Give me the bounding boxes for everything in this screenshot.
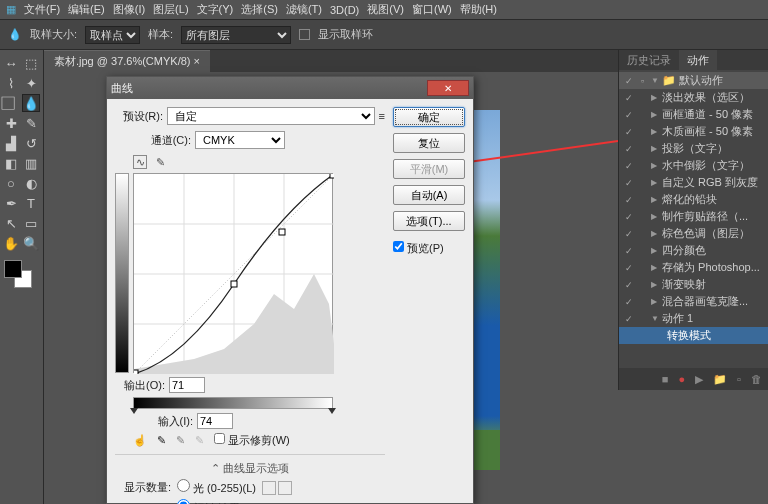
eyedropper-tool[interactable]: 💧 [22,94,40,112]
action-item[interactable]: ✓▶画框通道 - 50 像素 [619,106,768,123]
preset-label: 预设(R): [115,109,163,124]
menu-filter[interactable]: 滤镜(T) [286,2,322,17]
action-item[interactable]: ✓▶投影（文字） [619,140,768,157]
action-item[interactable]: ✓▶存储为 Photoshop... [619,259,768,276]
menu-window[interactable]: 窗口(W) [412,2,452,17]
path-tool[interactable]: ↖ [2,214,20,232]
gray-point-icon[interactable]: ✎ [176,434,185,447]
zoom-tool[interactable]: 🔍 [22,234,40,252]
play-icon[interactable]: ▶ [695,373,703,386]
output-ramp [115,173,129,373]
output-field[interactable] [169,377,205,393]
shape-tool[interactable]: ▭ [22,214,40,232]
menu-edit[interactable]: 编辑(E) [68,2,105,17]
action-list: ✓▫▼📁默认动作 ✓▶淡出效果（选区）✓▶画框通道 - 50 像素✓▶木质画框 … [619,70,768,346]
record-icon[interactable]: ● [678,373,685,385]
close-button[interactable]: ✕ [427,80,469,96]
sample-size-label: 取样大小: [30,27,77,42]
black-point-icon[interactable]: ✎ [157,434,166,447]
eraser-tool[interactable]: ◧ [2,154,20,172]
action-item[interactable]: ✓▶木质画框 - 50 像素 [619,123,768,140]
history-brush-tool[interactable]: ↺ [22,134,40,152]
action-item[interactable]: ✓▶熔化的铅块 [619,191,768,208]
wand-tool[interactable]: ✦ [22,74,40,92]
color-swatch[interactable] [4,260,32,288]
action-group[interactable]: ✓▼动作 1 [619,310,768,327]
menu-file[interactable]: 文件(F) [24,2,60,17]
curve-mode-icon[interactable]: ∿ [133,155,147,169]
menu-help[interactable]: 帮助(H) [460,2,497,17]
channel-label: 通道(C): [143,133,191,148]
action-item[interactable]: ✓▶棕色色调（图层） [619,225,768,242]
menu-3d[interactable]: 3D(D) [330,4,359,16]
action-item[interactable]: ✓▶渐变映射 [619,276,768,293]
document-tab[interactable]: 素材.jpg @ 37.6%(CMYK/8) × [44,50,210,72]
options-button[interactable]: 选项(T)... [393,211,465,231]
tab-history[interactable]: 历史记录 [619,50,679,70]
action-item[interactable]: ✓▶四分颜色 [619,242,768,259]
input-field[interactable] [197,413,233,429]
panel-footer: ■ ● ▶ 📁 ▫ 🗑 [619,368,768,390]
brush-tool[interactable]: ✎ [22,114,40,132]
svg-rect-7 [231,281,237,287]
preset-select[interactable]: 自定 [167,107,375,125]
eyedropper-icon[interactable]: 💧 [8,28,22,41]
tool-panel: ↔ ⬚ ⌇ ✦ ⃞ 💧 ✚ ✎ ▟ ↺ ◧ ▥ ○ ◐ ✒ T ↖ ▭ ✋ 🔍 [0,50,44,504]
pen-tool[interactable]: ✒ [2,194,20,212]
action-item[interactable]: ✓▶自定义 RGB 到灰度 [619,174,768,191]
tab-actions[interactable]: 动作 [679,50,717,70]
type-tool[interactable]: T [22,194,40,212]
stop-icon[interactable]: ■ [662,373,669,385]
lasso-tool[interactable]: ⌇ [2,74,20,92]
hand-tool[interactable]: ✋ [2,234,20,252]
action-item[interactable]: ✓▶水中倒影（文字） [619,157,768,174]
channel-select[interactable]: CMYK [195,131,285,149]
svg-rect-10 [330,174,334,178]
preset-menu-icon[interactable]: ≡ [379,110,385,122]
dodge-tool[interactable]: ◐ [22,174,40,192]
show-ring-checkbox[interactable] [299,29,310,40]
heal-tool[interactable]: ✚ [2,114,20,132]
new-action-icon[interactable]: ▫ [737,373,741,385]
crop-tool[interactable]: ⃞ [2,94,20,112]
new-set-icon[interactable]: 📁 [713,373,727,386]
gradient-tool[interactable]: ▥ [22,154,40,172]
amount-light-radio[interactable]: 光 (0-255)(L) [177,479,256,496]
auto-button[interactable]: 自动(A) [393,185,465,205]
menu-bar: ▦ 文件(F) 编辑(E) 图像(I) 图层(L) 文字(Y) 选择(S) 滤镜… [0,0,768,20]
curve-graph[interactable] [133,173,333,373]
action-item[interactable]: ✓▶淡出效果（选区） [619,89,768,106]
menu-layer[interactable]: 图层(L) [153,2,188,17]
trash-icon[interactable]: 🗑 [751,373,762,385]
action-set[interactable]: ✓▫▼📁默认动作 [619,72,768,89]
pencil-mode-icon[interactable]: ✎ [153,155,167,169]
action-selected[interactable]: 转换模式 [619,327,768,344]
preview-check[interactable]: 预览(P) [393,241,465,256]
menu-image[interactable]: 图像(I) [113,2,145,17]
actions-panel: 历史记录 动作 ✓▫▼📁默认动作 ✓▶淡出效果（选区）✓▶画框通道 - 50 像… [618,50,768,390]
display-options-toggle[interactable]: ⌃ 曲线显示选项 [211,462,289,474]
input-ramp[interactable] [133,397,333,409]
menu-select[interactable]: 选择(S) [241,2,278,17]
target-adjust-icon[interactable]: ☝ [133,434,147,447]
blur-tool[interactable]: ○ [2,174,20,192]
curves-dialog: 曲线 ✕ 预设(R): 自定 ≡ 通道(C): CMYK ∿ ✎ [106,76,474,504]
panel-tabs: 历史记录 动作 [619,50,768,70]
sample-layers-select[interactable]: 所有图层 [181,26,291,44]
menu-view[interactable]: 视图(V) [367,2,404,17]
action-item[interactable]: ✓▶制作剪贴路径（... [619,208,768,225]
close-icon[interactable]: × [194,55,200,67]
stamp-tool[interactable]: ▟ [2,134,20,152]
menu-type[interactable]: 文字(Y) [197,2,234,17]
action-item[interactable]: ✓▶混合器画笔克隆... [619,293,768,310]
show-clipping[interactable]: 显示修剪(W) [214,433,290,448]
ok-button[interactable]: 确定 [393,107,465,127]
move-tool[interactable]: ↔ [2,54,20,72]
sample-size-select[interactable]: 取样点 [85,26,140,44]
dialog-titlebar[interactable]: 曲线 ✕ [107,77,473,99]
marquee-tool[interactable]: ⬚ [22,54,40,72]
amount-pigment-radio[interactable]: 颜料/油墨 %(G) [177,499,269,504]
cancel-button[interactable]: 复位 [393,133,465,153]
grid-size-icons[interactable] [262,481,292,495]
white-point-icon[interactable]: ✎ [195,434,204,447]
